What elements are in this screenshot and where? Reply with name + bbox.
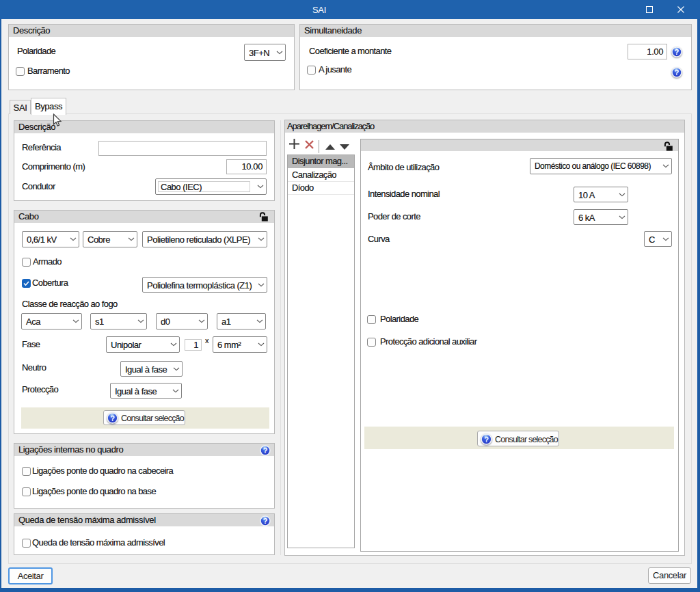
svg-text:?: ? — [675, 48, 679, 56]
svg-text:?: ? — [263, 446, 268, 455]
svg-text:?: ? — [675, 68, 679, 77]
svg-text:?: ? — [263, 517, 268, 525]
